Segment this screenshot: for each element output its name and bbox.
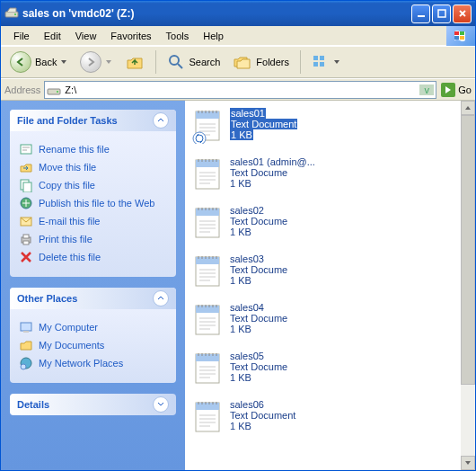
task-item[interactable]: E-mail this file <box>19 214 167 228</box>
views-button[interactable] <box>306 52 346 72</box>
place-item[interactable]: My Documents <box>19 338 167 352</box>
menu-help[interactable]: Help <box>196 29 231 43</box>
panel-header[interactable]: Other Places <box>10 288 176 309</box>
file-item[interactable]: sales02Text Docume1 KB <box>190 205 470 241</box>
svg-rect-5 <box>460 31 464 35</box>
svg-rect-36 <box>196 257 219 264</box>
file-item[interactable]: sales01 (admin@...Text Docume1 KB <box>190 156 470 192</box>
file-size: 1 KB <box>230 324 251 334</box>
file-meta: sales06Text Document1 KB <box>230 399 295 431</box>
text-file-icon <box>190 205 223 241</box>
address-value: Z:\ <box>65 84 419 95</box>
back-icon <box>10 51 31 73</box>
place-label: My Computer <box>39 322 98 333</box>
task-label: Rename this file <box>39 144 110 155</box>
task-item[interactable]: Rename this file <box>19 142 167 156</box>
up-button[interactable] <box>119 50 150 74</box>
search-icon <box>167 53 185 71</box>
copy-icon <box>19 178 33 192</box>
file-type: Text Docume <box>230 361 287 372</box>
panel-header[interactable]: File and Folder Tasks <box>10 110 176 131</box>
file-meta: sales05Text Docume1 KB <box>230 351 287 383</box>
place-label: My Documents <box>39 340 104 351</box>
task-item[interactable]: Print this file <box>19 232 167 246</box>
svg-rect-6 <box>454 36 459 40</box>
expand-icon[interactable] <box>153 396 169 413</box>
address-field[interactable]: Z:\ v <box>44 81 436 99</box>
place-item[interactable]: My Network Places <box>19 356 167 370</box>
menu-tools[interactable]: Tools <box>159 29 197 43</box>
menu-edit[interactable]: Edit <box>37 29 68 43</box>
file-name: sales01 (admin@... <box>230 156 315 167</box>
vertical-scrollbar[interactable] <box>461 101 475 470</box>
text-file-icon <box>190 302 223 338</box>
file-name: sales03 <box>230 253 264 264</box>
close-button[interactable] <box>453 4 472 23</box>
text-file-icon <box>190 399 223 435</box>
toolbar: Back Search Folders <box>1 46 475 78</box>
file-type: Text Docume <box>230 216 287 227</box>
folders-icon <box>233 53 252 71</box>
windows-flag-icon <box>446 26 475 46</box>
mycomputer-icon <box>19 320 33 334</box>
address-dropdown-icon[interactable]: v <box>419 84 434 95</box>
scroll-up-button[interactable] <box>461 101 475 115</box>
text-file-icon <box>190 351 223 387</box>
views-icon <box>312 54 330 70</box>
menubar: File Edit View Favorites Tools Help <box>1 26 475 46</box>
mydocs-icon <box>19 338 33 352</box>
file-meta: sales01 (admin@...Text Docume1 KB <box>230 156 315 189</box>
menu-file[interactable]: File <box>6 29 37 43</box>
search-button[interactable]: Search <box>162 51 225 73</box>
task-item[interactable]: Move this file <box>19 160 167 174</box>
panel-other-places: Other Places My ComputerMy DocumentsMy N… <box>10 288 176 383</box>
folders-button[interactable]: Folders <box>227 51 295 73</box>
menu-view[interactable]: View <box>68 29 104 43</box>
back-button[interactable]: Back <box>4 49 73 75</box>
file-meta: sales02Text Docume1 KB <box>230 205 287 237</box>
place-item[interactable]: My Computer <box>19 320 167 334</box>
file-list[interactable]: sales01Text Document1 KBsales01 (admin@.… <box>185 101 475 470</box>
collapse-icon[interactable] <box>153 290 169 307</box>
task-item[interactable]: Publish this file to the Web <box>19 196 167 210</box>
task-pane: File and Folder Tasks Rename this fileMo… <box>1 101 185 470</box>
file-item[interactable]: sales03Text Docume1 KB <box>190 253 470 289</box>
svg-rect-4 <box>454 31 459 35</box>
svg-rect-25 <box>23 331 29 333</box>
publish-icon <box>19 196 33 210</box>
file-item[interactable]: sales04Text Docume1 KB <box>190 302 470 338</box>
panel-header[interactable]: Details <box>10 394 176 415</box>
titlebar[interactable]: sales on 'vmdc02' (Z:) <box>1 1 475 26</box>
forward-button[interactable] <box>75 49 118 75</box>
file-size: 1 KB <box>230 372 251 383</box>
svg-rect-1 <box>14 13 16 15</box>
task-label: Move this file <box>39 162 96 173</box>
file-name: sales06 <box>230 399 264 410</box>
file-item[interactable]: sales05Text Docume1 KB <box>190 351 470 387</box>
file-item[interactable]: sales06Text Document1 KB <box>190 399 470 435</box>
network-icon <box>19 356 33 370</box>
svg-rect-18 <box>23 182 31 192</box>
minimize-button[interactable] <box>411 4 430 23</box>
file-item[interactable]: sales01Text Document1 KB <box>190 108 470 144</box>
menu-favorites[interactable]: Favorites <box>103 29 158 43</box>
text-file-icon <box>190 156 223 192</box>
drive-icon <box>47 83 61 97</box>
go-button[interactable]: Go <box>440 82 472 98</box>
scroll-thumb[interactable] <box>461 115 475 385</box>
collapse-icon[interactable] <box>153 112 169 129</box>
svg-rect-16 <box>21 145 31 154</box>
task-label: Delete this file <box>39 252 101 262</box>
svg-rect-23 <box>23 241 29 244</box>
maximize-button[interactable] <box>432 4 451 23</box>
svg-rect-34 <box>196 209 219 216</box>
folder-up-icon <box>125 52 145 72</box>
file-type: Text Document <box>230 410 295 421</box>
file-meta: sales03Text Docume1 KB <box>230 253 287 286</box>
scroll-down-button[interactable] <box>461 456 475 470</box>
email-icon <box>19 214 33 228</box>
dropdown-icon <box>333 58 340 66</box>
task-item[interactable]: Copy this file <box>19 178 167 192</box>
task-item[interactable]: Delete this file <box>19 250 167 264</box>
go-icon <box>440 82 456 98</box>
